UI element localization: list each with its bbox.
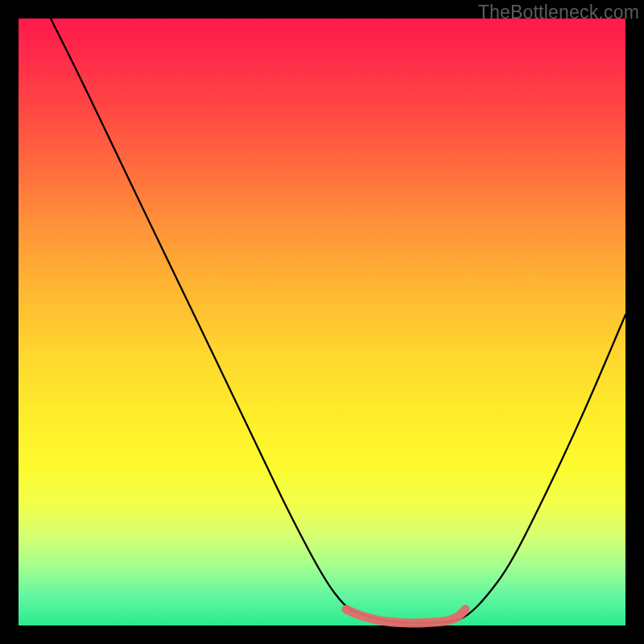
highlight-band [19, 19, 625, 625]
plot-area [19, 19, 625, 625]
chart-stage: TheBottleneck.com [0, 0, 644, 644]
